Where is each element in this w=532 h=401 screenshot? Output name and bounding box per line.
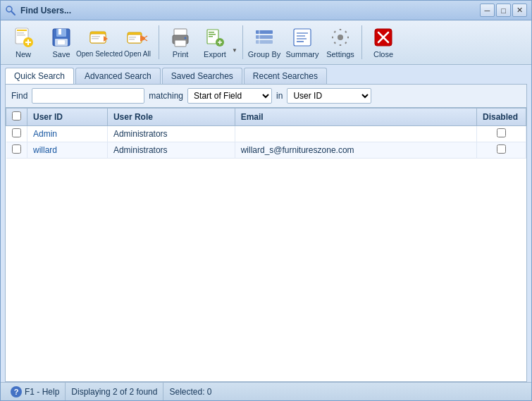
tab-advanced-search[interactable]: Advanced Search (75, 68, 161, 84)
help-icon: ? (11, 386, 22, 397)
row1-user-id-link[interactable]: Admin (33, 129, 57, 139)
export-dropdown-arrow[interactable]: ▼ (230, 39, 240, 61)
row1-disabled-checkbox[interactable] (497, 128, 506, 137)
in-select[interactable]: User ID Email User Role (287, 88, 371, 104)
svg-marker-23 (140, 35, 145, 42)
find-label: Find (11, 91, 27, 101)
display-count-section: Displaying 2 of 2 found (66, 383, 163, 400)
open-selected-button[interactable]: Open Selected (81, 23, 118, 61)
row2-checkbox[interactable] (12, 144, 21, 154)
row1-user-role: Administrators (107, 126, 235, 142)
toolbar-separator-2 (242, 25, 243, 59)
save-button[interactable]: Save (43, 23, 80, 61)
close-icon (372, 26, 395, 49)
main-content: Find matching Start of Field Any Part of… (5, 84, 527, 382)
svg-rect-41 (294, 29, 311, 46)
group-by-button[interactable]: Group By (246, 23, 283, 61)
settings-button[interactable]: Settings (322, 23, 359, 61)
selected-label: Selected: 0 (169, 387, 211, 397)
new-button[interactable]: New (5, 23, 42, 61)
row1-checkbox-cell (6, 126, 27, 142)
select-all-checkbox[interactable] (12, 111, 21, 121)
save-icon (50, 26, 73, 49)
tabs-bar: Quick Search Advanced Search Saved Searc… (1, 65, 531, 84)
print-icon (169, 26, 192, 49)
row2-checkbox-cell (6, 142, 27, 159)
tab-saved-searches[interactable]: Saved Searches (162, 68, 242, 84)
col-header-user-id[interactable]: User ID (27, 109, 108, 126)
in-label: in (276, 91, 283, 101)
row2-disabled (477, 142, 526, 159)
matching-select[interactable]: Start of Field Any Part of Field Exact M… (187, 88, 272, 104)
svg-rect-37 (256, 30, 273, 34)
open-selected-icon (88, 26, 111, 49)
svg-rect-31 (209, 32, 214, 33)
open-all-button[interactable]: Open All (119, 23, 156, 61)
restore-button[interactable]: □ (496, 4, 511, 17)
close-label: Close (373, 50, 393, 58)
col-header-email[interactable]: Email (235, 109, 476, 126)
svg-rect-21 (129, 37, 136, 38)
row1-checkbox[interactable] (12, 128, 21, 137)
minimize-button[interactable]: ─ (480, 4, 495, 17)
row2-user-id-link[interactable]: willard (33, 145, 57, 155)
row1-email (235, 126, 476, 142)
row1-user-id: Admin (27, 126, 108, 142)
save-label: Save (52, 50, 70, 58)
row2-disabled-checkbox[interactable] (497, 144, 506, 154)
svg-rect-17 (92, 38, 99, 39)
export-group: Export ▼ (200, 23, 240, 61)
row1-disabled (477, 126, 526, 142)
help-section[interactable]: ? F1 - Help (5, 383, 66, 400)
window-title: Find Users... (20, 6, 480, 16)
print-button[interactable]: Print (162, 23, 199, 61)
close-button[interactable]: Close (365, 23, 402, 61)
settings-label: Settings (326, 50, 354, 58)
svg-rect-11 (58, 29, 61, 35)
svg-rect-32 (209, 34, 216, 35)
find-input[interactable] (32, 88, 144, 104)
table-row: Admin Administrators (6, 126, 526, 142)
svg-line-25 (145, 39, 147, 41)
svg-rect-16 (92, 36, 100, 37)
row2-email: willard_s@furnitureszone.com (235, 142, 476, 159)
col-header-checkbox[interactable] (6, 109, 27, 126)
help-label: F1 - Help (25, 387, 59, 397)
row2-user-role: Administrators (107, 142, 235, 159)
search-bar: Find matching Start of Field Any Part of… (6, 85, 526, 108)
tab-recent-searches[interactable]: Recent Searches (244, 68, 327, 84)
new-icon (12, 26, 35, 49)
selected-section: Selected: 0 (163, 383, 217, 400)
svg-rect-33 (209, 36, 213, 37)
toolbar-separator-1 (159, 25, 159, 59)
svg-rect-3 (17, 30, 27, 31)
table-row: willard Administrators willard_s@furnitu… (6, 142, 526, 159)
window-controls: ─ □ ✕ (480, 4, 527, 17)
toolbar: New Save (1, 20, 531, 65)
group-by-icon (253, 26, 276, 49)
svg-rect-22 (129, 39, 135, 40)
svg-point-29 (185, 37, 187, 39)
svg-rect-38 (256, 35, 273, 39)
summary-icon (291, 26, 314, 49)
summary-button[interactable]: Summary (284, 23, 321, 61)
row2-user-id: willard (27, 142, 108, 159)
svg-rect-28 (175, 40, 186, 47)
col-header-user-role[interactable]: User Role (107, 109, 235, 126)
main-window: Find Users... ─ □ ✕ New (0, 0, 532, 401)
print-label: Print (173, 50, 189, 58)
group-by-label: Group By (248, 50, 280, 58)
title-bar: Find Users... ─ □ ✕ (1, 1, 531, 20)
export-button[interactable]: Export (200, 23, 230, 61)
close-window-button[interactable]: ✕ (512, 4, 527, 17)
open-selected-label: Open Selected (76, 50, 123, 58)
svg-rect-5 (17, 35, 25, 36)
app-icon (5, 5, 16, 16)
open-all-label: Open All (124, 50, 151, 58)
col-header-disabled[interactable]: Disabled (477, 109, 526, 126)
tab-quick-search[interactable]: Quick Search (5, 68, 74, 84)
toolbar-separator-3 (361, 25, 362, 59)
svg-rect-39 (256, 40, 273, 44)
open-all-icon (126, 26, 149, 49)
results-table: User ID User Role Email Disabled (6, 108, 526, 159)
